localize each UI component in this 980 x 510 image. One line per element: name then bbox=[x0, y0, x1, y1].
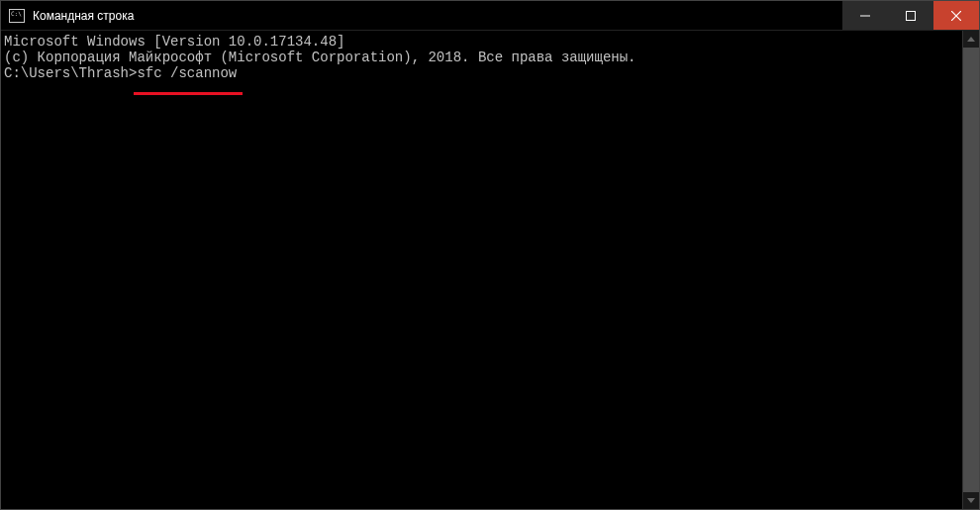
scroll-up-button[interactable] bbox=[963, 31, 979, 48]
svg-rect-1 bbox=[907, 11, 916, 20]
titlebar[interactable]: Командная строка bbox=[1, 1, 979, 31]
close-icon bbox=[951, 11, 961, 21]
output-line: Microsoft Windows [Version 10.0.17134.48… bbox=[4, 34, 959, 50]
vertical-scrollbar[interactable] bbox=[962, 31, 979, 509]
console-body: Microsoft Windows [Version 10.0.17134.48… bbox=[1, 31, 979, 509]
chevron-down-icon bbox=[967, 498, 975, 503]
command-prompt-window: Командная строка Microsoft Windows bbox=[0, 0, 980, 510]
output-line: (c) Корпорация Майкрософт (Microsoft Cor… bbox=[4, 50, 959, 65]
scroll-thumb[interactable] bbox=[963, 48, 979, 492]
scroll-track[interactable] bbox=[963, 48, 979, 492]
maximize-button[interactable] bbox=[888, 1, 933, 30]
close-button[interactable] bbox=[933, 1, 979, 30]
annotation-underline bbox=[134, 92, 243, 95]
minimize-button[interactable] bbox=[842, 1, 888, 30]
scroll-down-button[interactable] bbox=[963, 492, 979, 509]
prompt-text: C:\Users\Thrash> bbox=[4, 65, 137, 81]
maximize-icon bbox=[906, 11, 916, 21]
window-controls bbox=[842, 1, 979, 30]
console-output[interactable]: Microsoft Windows [Version 10.0.17134.48… bbox=[1, 31, 962, 509]
chevron-up-icon bbox=[967, 37, 975, 42]
command-text: sfc /scannow bbox=[137, 65, 237, 81]
titlebar-left: Командная строка bbox=[1, 9, 134, 23]
window-title: Командная строка bbox=[33, 9, 134, 23]
prompt-line: C:\Users\Thrash>sfc /scannow bbox=[4, 65, 237, 81]
minimize-icon bbox=[860, 11, 870, 21]
cmd-icon bbox=[9, 9, 25, 23]
